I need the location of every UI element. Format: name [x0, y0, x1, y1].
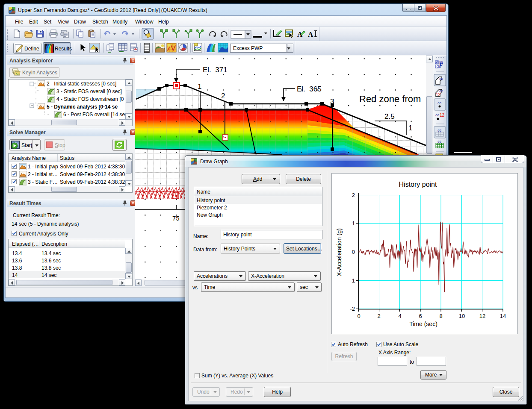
svg-text:X-Acceleration (g): X-Acceleration (g): [336, 228, 343, 276]
svg-text:0: 0: [352, 249, 355, 255]
svg-text:-1: -1: [350, 277, 355, 284]
svg-text:66: 66: [435, 113, 439, 117]
svg-text:12: 12: [440, 113, 445, 118]
svg-text:12: 12: [479, 313, 485, 319]
svg-text:2: 2: [352, 192, 355, 198]
svg-text:66: 66: [439, 77, 443, 81]
svg-text:10: 10: [459, 313, 465, 319]
svg-text:6: 6: [419, 313, 422, 319]
svg-text:66: 66: [439, 60, 443, 64]
svg-text:66: 66: [437, 101, 441, 105]
svg-text:8: 8: [439, 313, 442, 319]
svg-text:12: 12: [436, 92, 441, 97]
svg-text:0: 0: [357, 313, 360, 319]
svg-text:History point: History point: [399, 181, 437, 188]
svg-text:Time (sec): Time (sec): [409, 321, 437, 327]
svg-text:A: A: [308, 30, 313, 38]
svg-text:2: 2: [377, 313, 380, 319]
svg-text:14: 14: [500, 313, 506, 319]
svg-text:1: 1: [352, 220, 355, 227]
svg-text:4: 4: [398, 313, 401, 319]
svg-text:-2: -2: [350, 306, 355, 312]
